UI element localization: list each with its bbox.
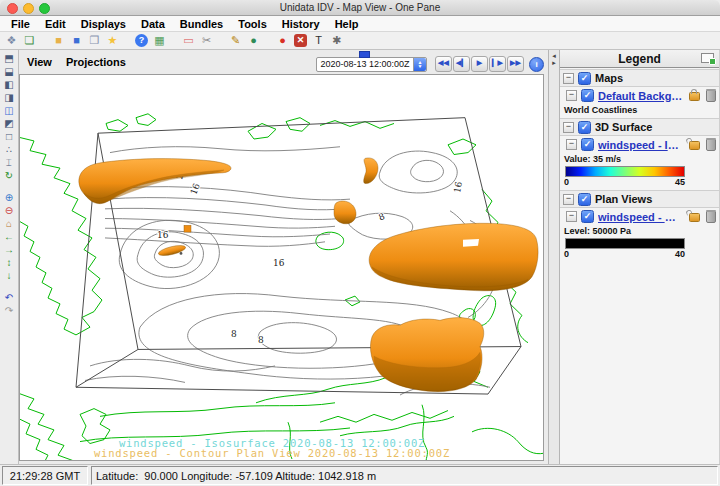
menu-bar: FileEditDisplaysDataBundlesToolsHistoryH…	[0, 16, 720, 32]
step-back-button[interactable]: ◀▎	[453, 56, 470, 72]
pan-right-icon[interactable]: →	[2, 243, 16, 256]
trash-icon[interactable]	[706, 90, 716, 102]
float-legend-icon[interactable]	[701, 53, 714, 63]
lock-closed-icon[interactable]	[689, 92, 700, 101]
menu-item-file[interactable]: File	[11, 18, 30, 30]
isosurface-checkbox[interactable]	[581, 138, 594, 151]
contour-plan-link[interactable]: windspeed - Contour Pl...	[598, 211, 683, 223]
rotate-axes-icon[interactable]: ∴	[2, 143, 16, 156]
delete-icon[interactable]: ✕	[294, 34, 307, 47]
view-bottom-cube-icon[interactable]: ⬓	[2, 65, 16, 78]
contour-label: 16	[452, 181, 464, 194]
content-area: ⬒⬓◧◨◫◩□∴⌶↻⊕⊖⌂←→↕↓↶↷ ViewProjections 2020…	[0, 50, 720, 464]
title-bar: Unidata IDV - Map View - One Pane	[0, 0, 720, 16]
close-window-button[interactable]	[7, 3, 18, 14]
toolbar-spacer	[218, 40, 224, 41]
vertical-scale-icon[interactable]: ⌶	[2, 156, 16, 169]
capture-image-icon[interactable]: ▦	[153, 34, 166, 47]
panel-splitter[interactable]: ◂ ▸	[549, 50, 560, 464]
colorbar-min: 0	[564, 249, 569, 259]
view-front-cube-icon[interactable]: ◫	[2, 104, 16, 117]
auto-rotate-icon[interactable]: ↻	[2, 169, 16, 182]
view-toolbar: ⬒⬓◧◨◫◩□∴⌶↻⊕⊖⌂←→↕↓↶↷	[0, 50, 19, 464]
trash-icon[interactable]	[706, 139, 716, 151]
menu-item-history[interactable]: History	[282, 18, 320, 30]
plan-views-visibility-checkbox[interactable]	[578, 193, 591, 206]
view-top-cube-icon[interactable]: ⬒	[2, 52, 16, 65]
new-window-icon[interactable]: ❏	[23, 34, 36, 47]
collapse-icon[interactable]	[563, 194, 574, 205]
menu-item-edit[interactable]: Edit	[45, 18, 66, 30]
collapse-icon[interactable]	[566, 211, 577, 222]
surface-visibility-checkbox[interactable]	[578, 121, 591, 134]
step-forward-button[interactable]: ▎▶	[489, 56, 506, 72]
pan-down-icon[interactable]: ↓	[2, 269, 16, 282]
zoom-window-button[interactable]	[39, 3, 50, 14]
zoom-in-globe-icon[interactable]: ⊕	[2, 191, 16, 204]
view-west-cube-icon[interactable]: ◩	[2, 117, 16, 130]
status-bar: 21:29:28 GMT Latitude: 90.000 Longitude:…	[0, 464, 720, 486]
lock-open-icon[interactable]	[689, 141, 700, 150]
show-dashboard-icon[interactable]: ❖	[5, 34, 18, 47]
time-value: 2020-08-13 12:00:00Z	[317, 59, 413, 69]
zoom-out-globe-icon[interactable]: ⊖	[2, 204, 16, 217]
play-button[interactable]: ▶	[471, 56, 488, 72]
isosurface-link[interactable]: windspeed - Isosurface	[598, 139, 683, 151]
step-to-end-button[interactable]: ▶▶	[507, 56, 524, 72]
record-icon[interactable]: ●	[276, 34, 289, 47]
maps-visibility-checkbox[interactable]	[578, 72, 591, 85]
time-stepper[interactable]: ▲▼	[413, 58, 426, 71]
legend-section-maps: Maps	[560, 69, 719, 87]
isosurface-colorbar[interactable]	[565, 166, 685, 177]
animation-properties-button[interactable]: i	[529, 57, 544, 72]
menu-item-displays[interactable]: Displays	[81, 18, 126, 30]
view-north-cube-icon[interactable]: ◧	[2, 78, 16, 91]
time-combobox[interactable]: 2020-08-13 12:00:00Z ▲▼	[316, 57, 427, 72]
view-east-cube-icon[interactable]: ◨	[2, 91, 16, 104]
plan-level-label: Level: 50000 Pa	[560, 225, 719, 238]
menu-item-help[interactable]: Help	[335, 18, 359, 30]
save-icon[interactable]: ■	[70, 34, 83, 47]
collapse-icon[interactable]	[566, 90, 577, 101]
view-menu-view[interactable]: View	[27, 56, 52, 68]
eraser-icon[interactable]: ▭	[182, 34, 195, 47]
minimize-window-button[interactable]	[23, 3, 34, 14]
undo-icon[interactable]: ↶	[2, 291, 16, 304]
collapse-icon[interactable]	[566, 139, 577, 150]
collapse-icon[interactable]	[563, 122, 574, 133]
globe-icon[interactable]: ●	[247, 34, 260, 47]
trash-icon[interactable]	[706, 211, 716, 223]
perspective-view-icon[interactable]: □	[2, 130, 16, 143]
menu-item-bundles[interactable]: Bundles	[180, 18, 223, 30]
main-toolbar: ❖❏■■❐★?▦▭✂✎●●✕T✱	[0, 32, 720, 50]
playback-buttons: ◀◀◀▎▶▎▶▶▶	[435, 56, 524, 72]
open-folder-icon[interactable]: ■	[52, 34, 65, 47]
animation-timeline-indicator[interactable]	[359, 51, 370, 58]
favorites-star-icon[interactable]: ★	[106, 34, 119, 47]
section-label: Plan Views	[595, 193, 652, 205]
background-maps-checkbox[interactable]	[581, 89, 594, 102]
home-view-icon[interactable]: ⌂	[2, 217, 16, 230]
pan-left-icon[interactable]: ←	[2, 230, 16, 243]
collapse-right-icon[interactable]: ▸	[552, 59, 556, 66]
text-note-icon[interactable]: T	[312, 34, 325, 47]
collapse-left-icon[interactable]: ◂	[552, 52, 556, 59]
map-3d-canvas[interactable]: 16 24 16 16 8 8 8 16	[19, 74, 544, 461]
draw-pencil-icon[interactable]: ✎	[229, 34, 242, 47]
view-menu-projections[interactable]: Projections	[66, 56, 126, 68]
background-maps-link[interactable]: Default Background Maps	[598, 90, 683, 102]
contour-plan-colorbar[interactable]	[565, 238, 685, 249]
menu-item-data[interactable]: Data	[141, 18, 165, 30]
menu-item-tools[interactable]: Tools	[238, 18, 267, 30]
contour-plan-checkbox[interactable]	[581, 210, 594, 223]
contour-label: 8	[231, 329, 237, 339]
cut-scissors-icon[interactable]: ✂	[200, 34, 213, 47]
copy-icon[interactable]: ❐	[88, 34, 101, 47]
collapse-icon[interactable]	[563, 73, 574, 84]
help-icon[interactable]: ?	[135, 34, 148, 47]
pan-vertical-icon[interactable]: ↕	[2, 256, 16, 269]
lock-open-icon[interactable]	[689, 213, 700, 222]
step-to-start-button[interactable]: ◀◀	[435, 56, 452, 72]
redo-icon[interactable]: ↷	[2, 304, 16, 317]
settings-icon[interactable]: ✱	[330, 34, 343, 47]
